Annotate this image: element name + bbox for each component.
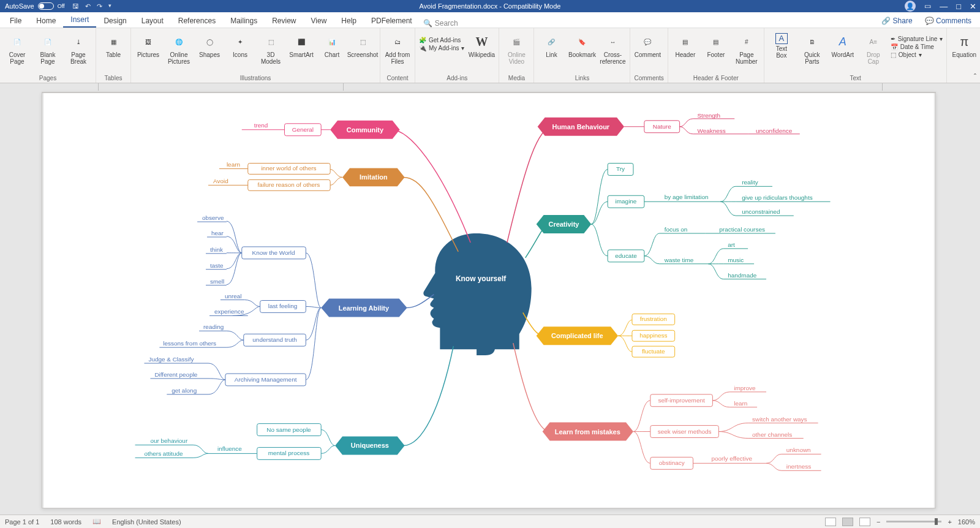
minimize-icon[interactable]: — [940, 2, 948, 11]
online-video-button[interactable]: 🎬OnlineVideo [503, 32, 530, 65]
node-weakness: Weakness [697, 127, 725, 134]
redo-icon[interactable]: ↷ [97, 2, 102, 10]
table-icon: ▦ [105, 33, 122, 50]
icons-button[interactable]: ✦Icons [227, 32, 254, 58]
ruler-tick [343, 83, 344, 91]
dropcap-label: DropCap [867, 51, 880, 65]
icons-icon: ✦ [232, 33, 249, 50]
signature-icon: ✒ [891, 36, 895, 42]
save-icon[interactable]: 🖫 [72, 2, 79, 10]
zoom-out-button[interactable]: − [876, 518, 880, 526]
shapes-button[interactable]: ◯Shapes [196, 32, 223, 58]
equation-button[interactable]: πEquation [951, 32, 978, 58]
datetime-label: Date & Time [900, 43, 934, 50]
maximize-icon[interactable]: □ [956, 2, 961, 11]
central-label: Know yourself [456, 274, 506, 283]
wikipedia-button[interactable]: WWikipedia [468, 32, 495, 58]
table-button[interactable]: ▦Table [100, 32, 127, 58]
page-number-button[interactable]: #PageNumber [733, 32, 760, 65]
crossref-label: Cross-reference [600, 51, 625, 65]
3d-models-label: 3DModels [261, 51, 281, 65]
comment-label: Comment [635, 51, 661, 58]
calendar-icon: 📅 [891, 43, 898, 50]
header-button[interactable]: ▤Header [672, 32, 699, 58]
close-icon[interactable]: ✕ [970, 2, 976, 11]
spell-icon[interactable]: 📖 [92, 518, 101, 526]
datetime-button[interactable]: 📅Date & Time [891, 43, 943, 50]
search-box[interactable]: 🔍 Search [423, 19, 458, 28]
smartart-button[interactable]: ⬛SmartArt [288, 32, 315, 58]
group-pages: 📄CoverPage 📄BlankPage ⤓PageBreak Pages [0, 28, 96, 83]
tab-review[interactable]: Review [265, 14, 303, 28]
node-reading: reading [203, 323, 224, 330]
page-break-button[interactable]: ⤓PageBreak [65, 32, 92, 65]
comment-icon: 💬 [639, 33, 656, 50]
share-button[interactable]: 🔗 Share [875, 14, 918, 28]
tab-home[interactable]: Home [29, 14, 63, 28]
node-mistakes: Learn from mistakes [555, 428, 620, 436]
tab-file[interactable]: File [2, 14, 29, 28]
object-button[interactable]: ⬚Object ▾ [891, 51, 943, 58]
textbox-button[interactable]: ATextBox [768, 32, 795, 59]
view-print-button[interactable] [842, 518, 853, 526]
group-links: 🔗Link 🔖Bookmark ↔Cross-reference Links [534, 28, 630, 83]
page[interactable]: Know yourself Community General trend Im… [42, 92, 936, 508]
my-addins-button[interactable]: 🔌My Add-ins ▾ [419, 45, 464, 51]
node-unconstrained: unconstrained [742, 208, 780, 215]
word-count[interactable]: 108 words [50, 518, 81, 526]
view-read-button[interactable] [825, 518, 836, 526]
page-count[interactable]: Page 1 of 1 [5, 518, 39, 526]
autosave-toggle[interactable]: AutoSave Off [5, 2, 65, 10]
screenshot-button[interactable]: ⬚Screenshot [349, 32, 376, 58]
node-judge: Judge & Classify [148, 356, 194, 363]
comment-button[interactable]: 💬Comment [634, 32, 661, 58]
pictures-button[interactable]: 🖼Pictures [135, 32, 162, 58]
get-addins-button[interactable]: 🧩Get Add-ins [419, 37, 464, 43]
bookmark-button[interactable]: 🔖Bookmark [568, 32, 595, 58]
link-button[interactable]: 🔗Link [538, 32, 565, 58]
add-from-files-button[interactable]: 🗂Add fromFiles [384, 32, 411, 65]
ribbon-options-icon[interactable]: ▭ [924, 2, 931, 10]
tab-pdfelement[interactable]: PDFelement [364, 14, 420, 28]
equation-label: Equation [952, 51, 976, 58]
collapse-ribbon-icon[interactable]: ˆ [974, 73, 976, 81]
group-tables-label: Tables [100, 75, 127, 83]
document-title: Avoid Fragmentation.docx - Compatibility… [420, 2, 561, 10]
qat-more-icon[interactable]: ▾ [108, 2, 111, 10]
3d-models-button[interactable]: ⬚3DModels [257, 32, 284, 65]
online-pictures-button[interactable]: 🌐OnlinePictures [165, 32, 192, 65]
view-web-button[interactable] [859, 518, 870, 526]
cover-page-button[interactable]: 📄CoverPage [4, 32, 31, 65]
tab-design[interactable]: Design [96, 14, 134, 28]
zoom-slider[interactable] [886, 521, 941, 522]
tab-mailings[interactable]: Mailings [223, 14, 265, 28]
user-avatar[interactable]: 👤 [905, 1, 916, 12]
chart-button[interactable]: 📊Chart [318, 32, 345, 58]
tab-references[interactable]: References [171, 14, 223, 28]
tab-insert[interactable]: Insert [63, 13, 96, 28]
zoom-in-button[interactable]: + [948, 518, 951, 526]
tab-layout[interactable]: Layout [134, 14, 171, 28]
node-imagine: imagine [616, 198, 637, 205]
node-seek: seek wiser methods [658, 428, 712, 435]
crossref-button[interactable]: ↔Cross-reference [599, 32, 626, 65]
language[interactable]: English (United States) [112, 518, 181, 526]
tab-view[interactable]: View [304, 14, 334, 28]
signature-label: Signature Line [898, 36, 938, 42]
footer-button[interactable]: ▤Footer [703, 32, 729, 58]
wordart-button[interactable]: AWordArt [829, 32, 856, 58]
quickparts-button[interactable]: 🗎QuickParts [799, 32, 826, 65]
zoom-level[interactable]: 160% [958, 518, 975, 526]
dropcap-button[interactable]: A≡DropCap [860, 32, 887, 65]
tab-help[interactable]: Help [334, 14, 364, 28]
comments-button[interactable]: 💬 Comments [919, 14, 978, 28]
footer-label: Footer [707, 51, 725, 58]
video-icon: 🎬 [508, 33, 525, 50]
blank-page-button[interactable]: 📄BlankPage [34, 32, 61, 65]
signature-button[interactable]: ✒Signature Line ▾ [891, 36, 943, 42]
quick-access-toolbar: 🖫 ↶ ↷ ▾ [72, 2, 111, 10]
chart-label: Chart [325, 51, 339, 58]
ribbon-tabs: File Home Insert Design Layout Reference… [0, 12, 980, 28]
node-obstinacy: obstinacy [659, 459, 685, 466]
undo-icon[interactable]: ↶ [85, 2, 91, 10]
